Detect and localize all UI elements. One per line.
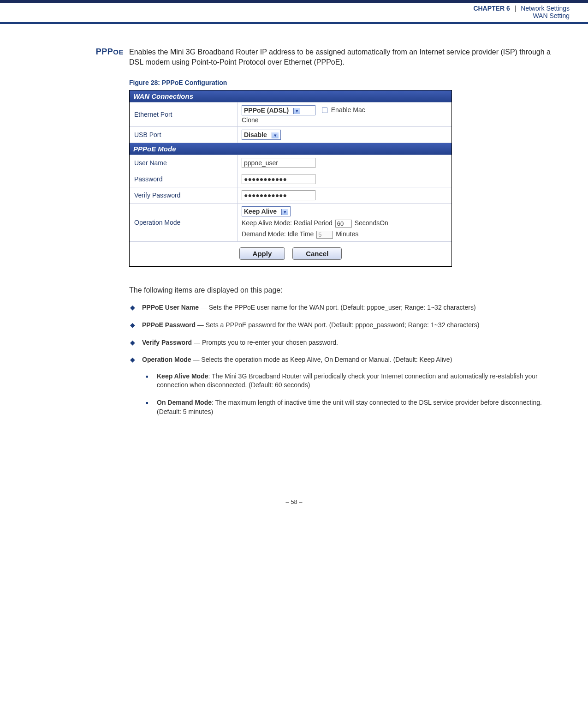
list-item-term: Operation Mode bbox=[142, 356, 191, 363]
list-item-term: PPPoE User Name bbox=[142, 304, 199, 311]
redial-period-input[interactable]: 60 bbox=[335, 220, 352, 228]
list-item-term: On Demand Mode bbox=[157, 399, 212, 406]
operation-mode-select-value: Keep Alive bbox=[244, 208, 277, 215]
ethernet-port-select[interactable]: PPPoE (ADSL) ▾ bbox=[242, 105, 315, 115]
clone-label: Clone bbox=[242, 116, 448, 124]
sub-list: Keep Alive Mode: The Mini 3G Broadband R… bbox=[142, 372, 551, 416]
usb-port-select-value: Disable bbox=[244, 131, 267, 138]
list-item-term: PPPoE Password bbox=[142, 321, 196, 329]
separator: | bbox=[513, 5, 518, 12]
usb-port-row: USB Port Disable ▾ bbox=[130, 127, 451, 143]
list-item-text: : The maximum length of inactive time th… bbox=[157, 399, 542, 415]
ethernet-port-label: Ethernet Port bbox=[130, 102, 238, 126]
user-name-row: User Name pppoe_user bbox=[130, 155, 451, 171]
list-item: Verify Password — Prompts you to re-ente… bbox=[142, 338, 551, 348]
section-intro: Enables the Mini 3G Broadband Router IP … bbox=[129, 47, 551, 67]
operation-mode-label: Operation Mode bbox=[130, 204, 238, 241]
list-item-text: — Prompts you to re-enter your chosen pa… bbox=[192, 339, 338, 346]
description-list: PPPoE User Name — Sets the PPPoE user na… bbox=[129, 303, 551, 416]
section-title-main: PPP bbox=[96, 47, 113, 56]
password-label: Password bbox=[130, 171, 238, 187]
list-item: On Demand Mode: The maximum length of in… bbox=[157, 398, 551, 416]
cancel-button[interactable]: Cancel bbox=[292, 247, 342, 260]
body-lead: The following items are displayed on thi… bbox=[129, 285, 551, 295]
password-row: Password ●●●●●●●●●●● bbox=[130, 171, 451, 187]
verify-password-row: Verify Password ●●●●●●●●●●● bbox=[130, 187, 451, 204]
chapter-label: CHAPTER 6 bbox=[473, 5, 510, 12]
operation-mode-row: Operation Mode Keep Alive ▾ Keep Alive M… bbox=[130, 204, 451, 242]
list-item: Keep Alive Mode: The Mini 3G Broadband R… bbox=[157, 372, 551, 390]
usb-port-label: USB Port bbox=[130, 127, 238, 143]
list-item-term: Verify Password bbox=[142, 339, 192, 346]
config-screenshot: WAN Connections Ethernet Port PPPoE (ADS… bbox=[129, 90, 452, 267]
page-header: CHAPTER 6 | Network Settings WAN Setting bbox=[0, 3, 588, 20]
section-title: PPPOE bbox=[37, 47, 129, 57]
verify-password-label: Verify Password bbox=[130, 187, 238, 203]
figure-caption: Figure 28: PPPoE Configuration bbox=[129, 79, 551, 86]
chevron-down-icon: ▾ bbox=[272, 132, 279, 138]
usb-port-select[interactable]: Disable ▾ bbox=[242, 130, 281, 140]
user-name-label: User Name bbox=[130, 155, 238, 171]
list-item: Operation Mode — Selects the operation m… bbox=[142, 355, 551, 416]
wan-connections-header: WAN Connections bbox=[130, 90, 451, 102]
idle-time-input[interactable]: 5 bbox=[316, 231, 333, 239]
keep-alive-prefix: Keep Alive Mode: Redial Period bbox=[242, 219, 333, 227]
enable-mac-label: Enable Mac bbox=[331, 106, 365, 114]
pppoe-mode-header: PPPoE Mode bbox=[130, 143, 451, 155]
user-name-input[interactable]: pppoe_user bbox=[242, 158, 315, 168]
operation-mode-select[interactable]: Keep Alive ▾ bbox=[242, 206, 291, 216]
chevron-down-icon: ▾ bbox=[293, 108, 300, 114]
ethernet-port-row: Ethernet Port PPPoE (ADSL) ▾ Enable Mac … bbox=[130, 102, 451, 127]
page-number: – 58 – bbox=[37, 498, 551, 519]
verify-password-input[interactable]: ●●●●●●●●●●● bbox=[242, 190, 315, 200]
demand-suffix: Minutes bbox=[336, 230, 358, 238]
chapter-title: Network Settings bbox=[521, 5, 570, 12]
section-title-suffix: OE bbox=[113, 48, 124, 56]
password-input[interactable]: ●●●●●●●●●●● bbox=[242, 174, 315, 184]
button-row: Apply Cancel bbox=[130, 242, 451, 266]
keep-alive-suffix: SecondsOn bbox=[355, 219, 388, 227]
list-item-term: Keep Alive Mode bbox=[157, 372, 208, 380]
demand-prefix: Demand Mode: Idle Time bbox=[242, 230, 314, 238]
chevron-down-icon: ▾ bbox=[281, 209, 288, 215]
list-item-text: — Sets the PPPoE user name for the WAN p… bbox=[199, 304, 476, 311]
list-item: PPPoE User Name — Sets the PPPoE user na… bbox=[142, 303, 551, 312]
list-item: PPPoE Password — Sets a PPPoE password f… bbox=[142, 321, 551, 330]
apply-button[interactable]: Apply bbox=[239, 247, 285, 260]
enable-mac-checkbox[interactable] bbox=[322, 108, 327, 113]
ethernet-port-select-value: PPPoE (ADSL) bbox=[244, 107, 289, 114]
chapter-subtitle: WAN Setting bbox=[18, 12, 570, 19]
list-item-text: : The Mini 3G Broadband Router will peri… bbox=[157, 372, 538, 389]
list-item-text: — Sets a PPPoE password for the WAN port… bbox=[196, 321, 479, 329]
list-item-text: — Selects the operation mode as Keep Ali… bbox=[191, 356, 452, 363]
